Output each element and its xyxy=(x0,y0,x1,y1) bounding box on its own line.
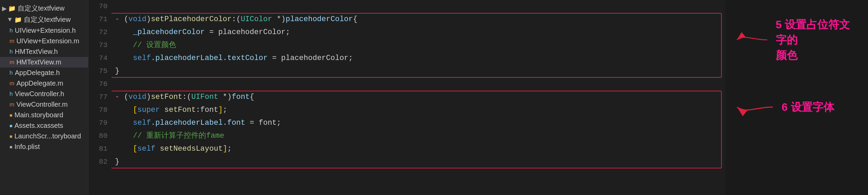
sidebar-item-viewcontroller-m[interactable]: m ViewController.m xyxy=(0,99,88,110)
code-line-80: // 重新计算子控件的fame xyxy=(115,130,725,142)
line-numbers: 70 71 72 73 74 75 76 77 78 79 80 81 82 xyxy=(88,0,112,195)
code-line-77: - (void)setFont:(UIFont *)font{ xyxy=(115,91,725,104)
file-icon-m: m xyxy=(10,101,14,108)
file-label: ViewController.h xyxy=(15,90,64,98)
line-num-78: 78 xyxy=(88,104,107,117)
file-label: Info.plist xyxy=(14,143,39,151)
sidebar-group[interactable]: ▼ 📁 自定义textfview xyxy=(0,14,88,25)
sidebar-item-launchscr[interactable]: ■ LaunchScr...toryboard xyxy=(0,131,88,141)
file-icon-h: h xyxy=(10,27,13,34)
file-icon-m: m xyxy=(10,59,14,66)
file-icon-h: h xyxy=(10,48,13,55)
line-num-71: 71 xyxy=(88,13,107,26)
sidebar-item-main-storyboard[interactable]: ■ Main.storyboard xyxy=(0,110,88,120)
file-label: AppDelegate.m xyxy=(16,79,63,87)
code-line-71: - (void)setPlacehoderColor:(UIColor *)pl… xyxy=(115,13,725,26)
line-num-76: 76 xyxy=(88,78,107,91)
line-num-73: 73 xyxy=(88,39,107,52)
sidebar-item-hmtextview-h[interactable]: h HMTextView.h xyxy=(0,46,88,57)
code-line-70 xyxy=(115,0,725,13)
file-label: LaunchScr...toryboard xyxy=(14,132,81,140)
sidebar-root-group[interactable]: ▶ 📁 自定义textfview xyxy=(0,3,88,14)
sidebar-group-arrow: ▼ xyxy=(7,16,13,23)
line-num-80: 80 xyxy=(88,130,107,142)
sidebar-group-icon: 📁 xyxy=(14,16,22,24)
file-icon-m: m xyxy=(10,80,14,87)
annotation-text-1: 5 设置占位符文字的颜色 xyxy=(776,17,858,63)
line-num-75: 75 xyxy=(88,65,107,78)
annotation-item-2: 6 设置字体 xyxy=(735,97,858,117)
file-icon-xcassets: ■ xyxy=(10,123,12,129)
sidebar-root-icon: 📁 xyxy=(8,5,16,12)
line-num-77: 77 xyxy=(88,91,107,104)
sidebar-item-assets[interactable]: ■ Assets.xcassets xyxy=(0,120,88,131)
file-icon-h: h xyxy=(10,91,13,97)
line-num-70: 70 xyxy=(88,0,107,13)
file-label: HMTextView.m xyxy=(16,58,61,66)
sidebar-group-label: 自定义textfview xyxy=(24,15,71,24)
code-line-74: self.placehoderLabel.textColor = placeho… xyxy=(115,52,725,65)
file-label: HMTextView.h xyxy=(15,48,57,56)
sidebar-root-label: 自定义textfview xyxy=(18,4,65,13)
code-lines: - (void)setPlacehoderColor:(UIColor *)pl… xyxy=(112,0,725,195)
file-label: UIView+Extension.m xyxy=(16,37,79,45)
sidebar-item-uiview-ext-m[interactable]: m UIView+Extension.m xyxy=(0,36,88,46)
line-num-82: 82 xyxy=(88,155,107,168)
sidebar-item-appdelegate-m[interactable]: m AppDelegate.m xyxy=(0,78,88,89)
file-label: Assets.xcassets xyxy=(14,122,63,130)
file-icon-storyboard: ■ xyxy=(10,112,12,118)
annotation-item-1: 5 设置占位符文字的颜色 xyxy=(735,17,858,63)
sidebar-item-info-plist[interactable]: ■ Info.plist xyxy=(0,141,88,152)
code-line-79: self.placehoderLabel.font = font; xyxy=(115,117,725,130)
code-area[interactable]: 70 71 72 73 74 75 76 77 78 79 80 81 82 -… xyxy=(88,0,725,195)
file-icon-storyboard2: ■ xyxy=(10,134,12,139)
code-line-75: } xyxy=(115,65,725,78)
line-num-74: 74 xyxy=(88,52,107,65)
line-num-81: 81 xyxy=(88,142,107,155)
code-editor: 70 71 72 73 74 75 76 77 78 79 80 81 82 -… xyxy=(88,0,725,195)
file-icon-h: h xyxy=(10,70,13,76)
annotation-arrow-1 xyxy=(735,30,770,50)
sidebar-item-viewcontroller-h[interactable]: h ViewController.h xyxy=(0,89,88,99)
file-label: AppDelegate.h xyxy=(15,69,60,77)
file-label: ViewController.m xyxy=(16,101,68,108)
file-icon-plist: ■ xyxy=(10,144,12,150)
code-line-78: [super setFont:font]; xyxy=(115,104,725,117)
annotations-panel: 5 设置占位符文字的颜色 6 设置字体 xyxy=(725,0,868,195)
file-icon-m: m xyxy=(10,38,14,45)
code-line-72: _placehoderColor = placehoderColor; xyxy=(115,26,725,39)
sidebar: ▶ 📁 自定义textfview ▼ 📁 自定义textfview h UIVi… xyxy=(0,0,88,195)
code-line-82: } xyxy=(115,155,725,168)
code-line-76 xyxy=(115,78,725,91)
sidebar-item-appdelegate-h[interactable]: h AppDelegate.h xyxy=(0,68,88,78)
annotation-arrow-2 xyxy=(735,97,776,117)
line-num-79: 79 xyxy=(88,117,107,130)
file-label: UIView+Extension.h xyxy=(15,27,76,34)
sidebar-item-hmtextview-m[interactable]: m HMTextView.m xyxy=(0,57,88,68)
file-label: Main.storyboard xyxy=(14,111,63,119)
sidebar-item-uiview-ext-h[interactable]: h UIView+Extension.h xyxy=(0,25,88,36)
sidebar-root-arrow: ▶ xyxy=(2,5,7,12)
annotation-text-2: 6 设置字体 xyxy=(782,100,834,115)
code-line-73: // 设置颜色 xyxy=(115,39,725,52)
line-num-72: 72 xyxy=(88,26,107,39)
code-line-81: [self setNeedsLayout]; xyxy=(115,142,725,155)
